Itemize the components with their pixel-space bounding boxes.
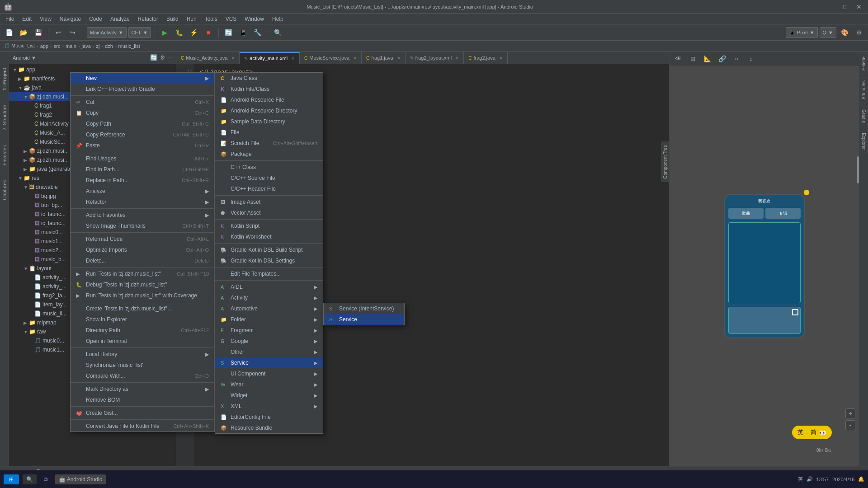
breadcrumb-item-2[interactable]: app	[40, 43, 48, 49]
debug-button[interactable]: 🐛	[173, 26, 186, 39]
favorites-tab[interactable]: Favorites	[1, 142, 8, 168]
sdk-button[interactable]: 🔧	[251, 26, 264, 39]
tab-activity-main[interactable]: ✎ activity_main.xml ✕	[240, 52, 300, 64]
start-button[interactable]: ⊞	[4, 474, 19, 484]
code-editor[interactable]: </LinearLayout> <LinearLayout	[194, 64, 669, 466]
tree-bg[interactable]: 🖼 bg.jpg	[9, 192, 176, 201]
tree-music-service[interactable]: C MusicSe...	[9, 137, 176, 146]
tree-res[interactable]: ▼ 📁 res	[9, 174, 176, 183]
toolbar-save[interactable]: 💾	[32, 26, 44, 39]
menu-run[interactable]: Run	[183, 15, 200, 23]
breadcrumb-item-7[interactable]: dzh	[105, 43, 113, 49]
tree-frag1[interactable]: C frag1	[9, 101, 176, 110]
attributes-toggle[interactable]: ⚙	[853, 26, 865, 39]
tab-close-4[interactable]: ✕	[397, 56, 401, 61]
tree-activity2[interactable]: 📄 activity_...	[9, 282, 176, 291]
toolbar-open[interactable]: 📂	[17, 26, 30, 39]
tree-ic-launch2[interactable]: 🖼 ic_launc...	[9, 219, 176, 228]
notification-btn[interactable]: 🔔	[858, 476, 864, 482]
menu-file[interactable]: File	[2, 15, 18, 23]
tree-drawable[interactable]: ▼ 🖼 drawable	[9, 183, 176, 192]
tab-frag1[interactable]: C frag1.java ✕	[362, 52, 406, 64]
menu-vcs[interactable]: VCS	[222, 15, 241, 23]
menu-help[interactable]: Help	[269, 15, 287, 23]
menu-analyze[interactable]: Analyze	[107, 15, 133, 23]
collapse-btn[interactable]: ─	[168, 54, 172, 61]
scroll-indicator[interactable]	[857, 156, 859, 183]
tree-item-layout[interactable]: 📄 item_lay...	[9, 300, 176, 309]
tree-java[interactable]: ▼ ☕ java	[9, 83, 176, 92]
tab-close-5[interactable]: ✕	[455, 56, 459, 61]
run-button[interactable]: ▶	[159, 26, 171, 39]
design-constraint-btn[interactable]: 🔗	[716, 52, 728, 65]
search-taskbar[interactable]: 🔍	[23, 474, 37, 484]
menu-code[interactable]: Code	[85, 15, 106, 23]
tree-raw-music1[interactable]: 🎵 music1...	[9, 345, 176, 354]
tree-music0[interactable]: 🖼 music0...	[9, 228, 176, 237]
cft-dropdown[interactable]: CFT ▼	[128, 27, 151, 38]
tab-close-2[interactable]: ✕	[291, 56, 295, 61]
breadcrumb-item-1[interactable]: 🎵 Music_List	[4, 43, 35, 49]
component-tree-panel[interactable]: Component Tree	[661, 142, 669, 182]
tree-music-bg[interactable]: 🖼 music_b...	[9, 255, 176, 264]
tree-raw-music0[interactable]: 🎵 music0...	[9, 336, 176, 345]
project-tab[interactable]: 1: Project	[1, 65, 8, 93]
close-button[interactable]: ✕	[854, 2, 864, 11]
stop-button[interactable]: ■	[202, 26, 215, 39]
breadcrumb-item-6[interactable]: zj	[96, 43, 99, 49]
gradle-panel-btn[interactable]: Gradle	[860, 106, 868, 126]
tree-mipmap[interactable]: ▶ 📁 mipmap	[9, 318, 176, 327]
palette-panel-btn[interactable]: Palette	[860, 53, 868, 74]
tree-package2[interactable]: ▶ 📦 zj.dzh.musi...	[9, 146, 176, 155]
breadcrumb-item-5[interactable]: java	[82, 43, 91, 49]
explorer-panel-btn[interactable]: Explorer	[860, 130, 868, 153]
structure-tab[interactable]: 2: Structure	[1, 102, 8, 133]
zoom-out-btn[interactable]: -	[845, 420, 855, 430]
tree-package-main[interactable]: ▼ 📦 zj.dzh.musi...	[9, 92, 176, 101]
avd-button[interactable]: 📱	[237, 26, 250, 39]
menu-tools[interactable]: Tools	[201, 15, 221, 23]
minimize-button[interactable]: ─	[827, 2, 837, 11]
menu-navigate[interactable]: Navigate	[56, 15, 85, 23]
taskview-btn[interactable]: ⧉	[40, 474, 52, 484]
tree-frag2[interactable]: C frag2	[9, 110, 176, 119]
tab-close-6[interactable]: ✕	[499, 56, 503, 61]
menu-build[interactable]: Build	[163, 15, 182, 23]
tab-music-activity[interactable]: C Music_Activity.java ✕	[176, 52, 240, 64]
zoom-in-btn[interactable]: +	[845, 408, 855, 418]
tree-manifests[interactable]: ▶ 📁 manifests	[9, 74, 176, 83]
toolbar-new-file[interactable]: 📄	[3, 26, 15, 39]
tree-ic-launch1[interactable]: 🖼 ic_launc...	[9, 210, 176, 219]
tab-music-service[interactable]: C MusicService.java ✕	[300, 52, 362, 64]
menu-edit[interactable]: Edit	[19, 15, 35, 23]
tree-package3[interactable]: ▶ 📦 zj.dzh.musi...	[9, 155, 176, 164]
q-dropdown[interactable]: Q ▼	[820, 27, 836, 38]
tree-layout[interactable]: ▼ 📋 layout	[9, 264, 176, 273]
design-grid-btn[interactable]: ⊞	[687, 52, 699, 65]
tree-music-list-layout[interactable]: 📄 music_li...	[9, 309, 176, 318]
tree-music-activity[interactable]: C Music_A...	[9, 128, 176, 137]
tree-raw[interactable]: ▼ 📁 raw	[9, 327, 176, 336]
design-eye-btn[interactable]: 👁	[672, 52, 685, 65]
design-align-h[interactable]: ↔	[730, 52, 743, 65]
tree-music2[interactable]: 🖼 music2...	[9, 246, 176, 255]
menu-refactor[interactable]: Refactor	[134, 15, 162, 23]
android-studio-taskbar[interactable]: 🤖 Android Studio	[55, 474, 106, 484]
tree-frag2-layout[interactable]: 📄 frag2_la...	[9, 291, 176, 300]
settings-btn[interactable]: ⚙	[160, 54, 165, 61]
search-button[interactable]: 🔍	[272, 26, 284, 39]
profile-button[interactable]: ⚡	[188, 26, 200, 39]
captures-tab[interactable]: Captures	[1, 177, 8, 203]
toolbar-redo[interactable]: ↪	[66, 26, 79, 39]
tab-close-3[interactable]: ✕	[353, 56, 357, 61]
tree-app[interactable]: ▼ 📁 app	[9, 65, 176, 74]
palette-toggle[interactable]: 🎨	[838, 26, 851, 39]
design-align-v[interactable]: ↕	[745, 52, 757, 65]
toolbar-undo[interactable]: ↩	[52, 26, 65, 39]
tab-close-1[interactable]: ✕	[231, 56, 235, 61]
tree-mainactivity[interactable]: C MainActivity	[9, 119, 176, 128]
design-layout-btn[interactable]: 📐	[701, 52, 714, 65]
breadcrumb-item-8[interactable]: music_list	[118, 43, 140, 49]
breadcrumb-item-3[interactable]: src	[54, 43, 61, 49]
tree-music1[interactable]: 🖼 music1...	[9, 237, 176, 246]
